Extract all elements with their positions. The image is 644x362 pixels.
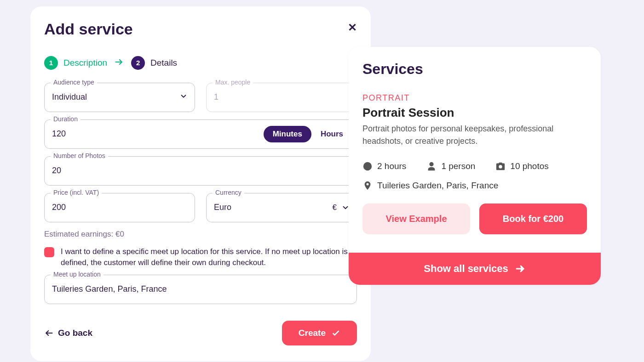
currency-trail: € xyxy=(333,203,350,212)
stat-people-text: 1 person xyxy=(441,161,475,171)
create-label: Create xyxy=(299,328,326,338)
audience-type-field[interactable]: Audience type Individual xyxy=(44,83,195,112)
stat-duration: 2 hours xyxy=(362,161,406,171)
modal-header: Add service ✕ xyxy=(44,20,357,38)
stat-photos: 10 photos xyxy=(495,161,548,171)
modal-title: Add service xyxy=(44,20,133,38)
step-1-circle: 1 xyxy=(44,56,58,70)
meetup-location-input[interactable]: Tuileries Garden, Paris, France xyxy=(44,275,357,304)
photos-field[interactable]: Number of Photos 20 xyxy=(44,156,357,186)
currency-label: Currency xyxy=(213,189,244,196)
preview-buttons: View Example Book for €200 xyxy=(362,204,587,234)
go-back-button[interactable]: Go back xyxy=(44,328,92,338)
step-2-label: Details xyxy=(150,58,177,68)
currency-field[interactable]: Currency Euro € xyxy=(206,193,357,222)
view-example-button[interactable]: View Example xyxy=(362,204,470,234)
person-icon xyxy=(426,161,437,171)
minutes-toggle[interactable]: Minutes xyxy=(264,126,311,142)
create-button[interactable]: Create xyxy=(282,321,357,345)
stat-people: 1 person xyxy=(426,161,475,171)
preview-stats: 2 hours 1 person 10 photos xyxy=(362,161,587,171)
preview-service-name: Portrait Session xyxy=(362,106,587,120)
meetup-location-field[interactable]: Meet up location Tuileries Garden, Paris… xyxy=(44,275,357,304)
preview-location-text: Tuileries Garden, Paris, France xyxy=(377,181,498,191)
duration-unit-toggle: Minutes Hours xyxy=(264,126,352,142)
clock-icon xyxy=(362,161,373,171)
location-icon xyxy=(362,181,373,191)
currency-symbol: € xyxy=(333,203,337,212)
meetup-location-label: Meet up location xyxy=(51,271,104,278)
estimated-earnings: Estimated earnings: €0 xyxy=(44,230,357,239)
photos-label: Number of Photos xyxy=(51,152,108,159)
camera-icon xyxy=(495,161,506,171)
preview-category: PORTRAIT xyxy=(362,93,587,103)
go-back-label: Go back xyxy=(58,328,92,338)
arrow-left-icon xyxy=(44,328,53,338)
audience-type-label: Audience type xyxy=(51,79,97,86)
step-details[interactable]: 2 Details xyxy=(131,56,177,70)
show-all-label: Show all services xyxy=(424,263,508,275)
meetup-checkbox-label: I want to define a specific meet up loca… xyxy=(61,246,357,268)
book-button[interactable]: Book for €200 xyxy=(479,204,587,234)
price-input[interactable]: 200 xyxy=(44,193,195,222)
add-service-modal: Add service ✕ 1 Description 2 Details Au… xyxy=(30,6,371,361)
hours-toggle[interactable]: Hours xyxy=(321,130,352,139)
step-1-label: Description xyxy=(63,58,107,68)
arrow-right-icon xyxy=(515,263,526,274)
stat-duration-text: 2 hours xyxy=(377,161,406,171)
close-icon[interactable]: ✕ xyxy=(348,22,357,33)
arrow-right-icon xyxy=(114,56,125,70)
stat-photos-text: 10 photos xyxy=(510,161,548,171)
audience-type-select[interactable]: Individual xyxy=(44,83,195,112)
max-people-field: Max. people 1 xyxy=(206,83,357,112)
check-icon xyxy=(331,328,340,338)
step-2-circle: 2 xyxy=(131,56,145,70)
meetup-checkbox[interactable] xyxy=(44,247,54,257)
max-people-input: 1 xyxy=(206,83,357,112)
price-label: Price (incl. VAT) xyxy=(51,189,102,196)
show-all-button[interactable]: Show all services xyxy=(349,253,601,285)
photos-input[interactable]: 20 xyxy=(44,156,357,186)
meetup-checkbox-row: I want to define a specific meet up loca… xyxy=(44,246,357,268)
preview-description: Portrait photos for personal keepsakes, … xyxy=(362,123,587,147)
duration-field[interactable]: Duration 120 Minutes Hours xyxy=(44,119,357,149)
max-people-label: Max. people xyxy=(213,79,253,86)
step-description[interactable]: 1 Description xyxy=(44,56,107,70)
preview-location: Tuileries Garden, Paris, France xyxy=(362,181,587,191)
preview-title: Services xyxy=(362,61,587,78)
stepper: 1 Description 2 Details xyxy=(44,56,357,70)
services-preview-card: Services PORTRAIT Portrait Session Portr… xyxy=(349,47,601,285)
modal-footer: Go back Create xyxy=(44,321,357,345)
duration-label: Duration xyxy=(51,115,80,123)
price-field[interactable]: Price (incl. VAT) 200 xyxy=(44,193,195,222)
